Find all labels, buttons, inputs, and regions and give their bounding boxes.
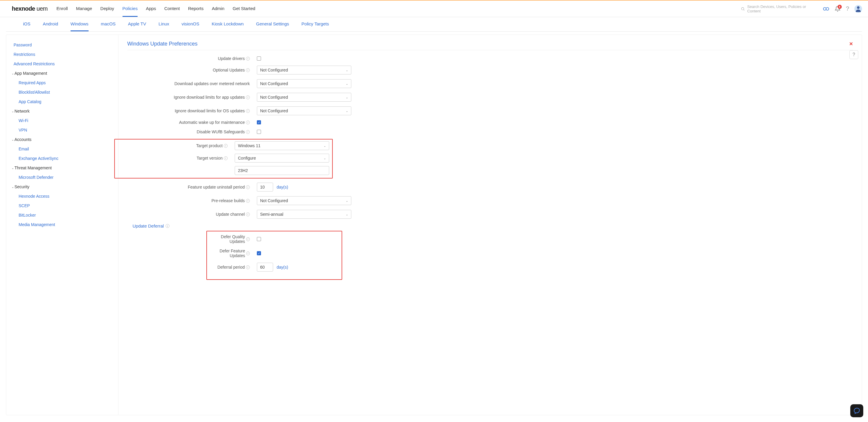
info-icon[interactable]: i <box>246 199 250 203</box>
search-input[interactable]: Search Devices, Users, Policies or Conte… <box>741 4 817 13</box>
tab-macos[interactable]: macOS <box>101 17 116 31</box>
nav-get-started[interactable]: Get Started <box>232 1 255 17</box>
svg-line-1 <box>744 9 745 10</box>
label-deferral-period: Deferral period <box>217 265 245 270</box>
sidebar-group-network[interactable]: ⌄Network <box>6 106 118 116</box>
nav-policies[interactable]: Policies <box>123 1 138 17</box>
info-icon[interactable]: i <box>246 265 250 269</box>
checkbox-disable-wufb[interactable] <box>257 130 261 134</box>
chevron-down-icon: ⌄ <box>323 157 326 160</box>
input-deferral-period[interactable] <box>257 263 273 272</box>
chevron-down-icon: ⌄ <box>11 138 14 141</box>
notification-count: 8 <box>838 5 842 9</box>
sidebar-group-threat[interactable]: ⌄Threat Management <box>6 163 118 173</box>
info-icon[interactable]: i <box>246 237 250 241</box>
label-ignore-os: Ignore download limits for OS updates <box>175 109 245 113</box>
integrations-icon[interactable] <box>823 6 829 12</box>
info-icon[interactable]: i <box>246 213 250 216</box>
info-icon[interactable]: i <box>224 156 228 160</box>
info-icon[interactable]: i <box>166 224 169 228</box>
nav-deploy[interactable]: Deploy <box>100 1 114 17</box>
sidebar-item-vpn[interactable]: VPN <box>6 125 118 135</box>
sidebar-item-scep[interactable]: SCEP <box>6 201 118 210</box>
sidebar-item-hexnode-access[interactable]: Hexnode Access <box>6 192 118 201</box>
sidebar-item-bitlocker[interactable]: BitLocker <box>6 210 118 220</box>
select-ignore-os[interactable]: Not Configured⌄ <box>257 106 351 115</box>
checkbox-defer-feature[interactable]: ✓ <box>257 251 261 255</box>
info-icon[interactable]: i <box>246 57 250 61</box>
nav-manage[interactable]: Manage <box>76 1 92 17</box>
notifications-icon[interactable]: 8 <box>835 6 841 12</box>
top-nav: Enroll Manage Deploy Policies Apps Conte… <box>56 1 255 17</box>
close-icon[interactable]: ✕ <box>849 41 853 47</box>
sidebar-item-blocklist[interactable]: Blocklist/Allowlist <box>6 87 118 97</box>
select-download-metered[interactable]: Not Configured⌄ <box>257 79 351 88</box>
tab-general[interactable]: General Settings <box>256 17 289 31</box>
highlight-deferral-box: Defer Quality Updatesi Defer Feature Upd… <box>206 231 342 280</box>
nav-enroll[interactable]: Enroll <box>56 1 68 17</box>
info-icon[interactable]: i <box>224 144 228 148</box>
nav-reports[interactable]: Reports <box>188 1 204 17</box>
chevron-down-icon: ⌄ <box>346 82 348 85</box>
label-optional-updates: Optional Updates <box>213 68 245 73</box>
select-optional-updates[interactable]: Not Configured⌄ <box>257 65 351 75</box>
svg-point-4 <box>857 6 860 9</box>
select-update-channel[interactable]: Semi-annual⌄ <box>257 210 351 219</box>
select-target-product[interactable]: Windows 11⌄ <box>235 141 329 150</box>
platform-tabs: iOS Android Windows macOS Apple TV Linux… <box>6 17 862 32</box>
tab-kiosk[interactable]: Kiosk Lockdown <box>212 17 244 31</box>
tab-appletv[interactable]: Apple TV <box>128 17 146 31</box>
logo-brand: hexnode <box>12 5 35 12</box>
info-icon[interactable]: i <box>246 120 250 124</box>
nav-apps[interactable]: Apps <box>146 1 156 17</box>
tab-ios[interactable]: iOS <box>23 17 30 31</box>
label-target-version: Target version <box>197 156 223 161</box>
info-icon[interactable]: i <box>246 130 250 134</box>
info-icon[interactable]: i <box>246 252 250 255</box>
tab-windows[interactable]: Windows <box>70 17 89 31</box>
sidebar-item-app-catalog[interactable]: App Catalog <box>6 97 118 106</box>
sidebar-item-password[interactable]: Password <box>6 40 118 50</box>
sidebar-item-exchange[interactable]: Exchange ActiveSync <box>6 154 118 163</box>
input-target-version-text[interactable] <box>235 166 329 175</box>
checkbox-update-drivers[interactable] <box>257 56 261 61</box>
sidebar-group-app-mgmt[interactable]: ⌄App Management <box>6 68 118 78</box>
unit-days: day(s) <box>277 185 288 190</box>
nav-content[interactable]: Content <box>164 1 180 17</box>
select-prerelease[interactable]: Not Configured⌄ <box>257 196 351 205</box>
chevron-down-icon: ⌄ <box>11 110 14 113</box>
sidebar-item-email[interactable]: Email <box>6 144 118 154</box>
avatar[interactable] <box>855 5 862 13</box>
info-icon[interactable]: i <box>246 109 250 113</box>
tab-targets[interactable]: Policy Targets <box>302 17 329 31</box>
help-icon[interactable]: ? <box>846 5 849 12</box>
sidebar-group-accounts[interactable]: ⌄Accounts <box>6 135 118 144</box>
svg-point-2 <box>824 7 826 10</box>
input-uninstall-period[interactable] <box>257 182 273 192</box>
chevron-down-icon: ⌄ <box>11 166 14 170</box>
tab-visionos[interactable]: visionOS <box>182 17 199 31</box>
tab-android[interactable]: Android <box>43 17 58 31</box>
nav-admin[interactable]: Admin <box>212 1 224 17</box>
chat-widget[interactable] <box>850 404 863 415</box>
svg-point-3 <box>826 7 829 10</box>
info-icon[interactable]: i <box>246 95 250 99</box>
label-defer-quality: Defer Quality Updates <box>207 234 245 244</box>
help-panel-button[interactable]: ? <box>849 50 858 59</box>
tab-linux[interactable]: Linux <box>159 17 169 31</box>
label-uninstall-period: Feature update uninstall period <box>188 185 245 190</box>
sidebar-item-adv-restrictions[interactable]: Advanced Restrictions <box>6 59 118 68</box>
select-target-version[interactable]: Configure⌄ <box>235 154 329 163</box>
sidebar-item-media-mgmt[interactable]: Media Management <box>6 220 118 229</box>
info-icon[interactable]: i <box>246 68 250 72</box>
chevron-down-icon: ⌄ <box>323 144 326 147</box>
sidebar-group-security[interactable]: ⌄Security <box>6 182 118 192</box>
sidebar-item-restrictions[interactable]: Restrictions <box>6 50 118 59</box>
sidebar-item-defender[interactable]: Microsoft Defender <box>6 173 118 182</box>
checkbox-defer-quality[interactable] <box>257 237 261 241</box>
info-icon[interactable]: i <box>246 185 250 189</box>
sidebar-item-required-apps[interactable]: Required Apps <box>6 78 118 87</box>
select-ignore-app[interactable]: Not Configured⌄ <box>257 93 351 102</box>
checkbox-auto-wake[interactable]: ✓ <box>257 120 261 124</box>
sidebar-item-wifi[interactable]: Wi-Fi <box>6 116 118 125</box>
